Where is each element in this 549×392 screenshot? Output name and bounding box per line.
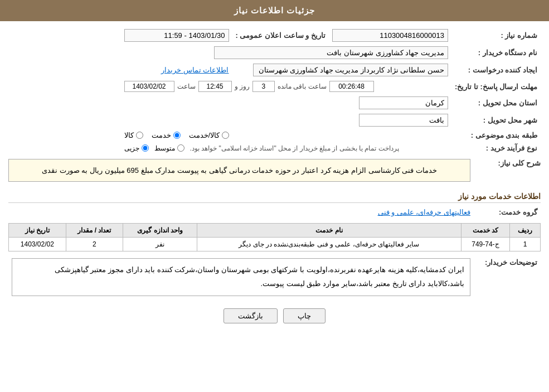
jozii-label: جزیی xyxy=(124,144,139,152)
radio-motavasset[interactable]: متوسط xyxy=(154,144,184,152)
th-count: تعداد / مقدار xyxy=(66,224,123,238)
sharh-box: خدمات فنی کارشناسی الزام هزینه کرد اعتبا… xyxy=(8,159,470,182)
date-announce-label: تاریخ و ساعت اعلان عمومی : xyxy=(232,27,329,44)
page-header: جزئیات اطلاعات نیاز xyxy=(0,0,549,21)
tabaqe-label: طبقه بندی موضوعی : xyxy=(451,129,541,142)
ij-input xyxy=(253,64,448,76)
th-kod: کد خدمت xyxy=(461,224,510,238)
ij-label: ایجاد کننده درخواست : xyxy=(451,61,541,79)
ostan-label: استان محل تحویل : xyxy=(451,94,541,112)
main-content: شماره نیاز : تاریخ و ساعت اعلان عمومی : … xyxy=(0,21,549,335)
contact-link[interactable]: اطلاعات تماس خریدار xyxy=(161,66,229,74)
farayand-label: نوع فرآیند خرید : xyxy=(451,142,541,154)
days-input xyxy=(252,81,275,92)
print-button[interactable]: چاپ xyxy=(283,308,325,323)
radio-kala[interactable]: کالا xyxy=(124,131,143,139)
shahr-label: شهر محل تحویل : xyxy=(451,112,541,129)
mohlat-label: مهلت ارسال پاسخ: تا تاریخ: xyxy=(451,79,541,94)
khadamat-label: خدمت xyxy=(152,131,171,139)
th-radif: ردیف xyxy=(510,224,541,238)
table-row: 1ج-74-749سایر فعالیتهای حرفه‌ای، علمی و … xyxy=(9,238,541,251)
cell-date: 1403/02/02 xyxy=(9,238,66,251)
notes-box: ایران کدمشایه،کلیه هزینه هایرعهده نفربرن… xyxy=(12,258,470,296)
page-wrapper: جزئیات اطلاعات نیاز شماره نیاز : تاریخ و… xyxy=(0,0,549,392)
radio-kala-khadamat[interactable]: کالا/خدمت xyxy=(189,131,230,139)
kala-khadamat-label: کالا/خدمت xyxy=(189,131,220,139)
sharh-text: خدمات فنی کارشناسی الزام هزینه کرد اعتبا… xyxy=(42,166,437,175)
saat-label: ساعت xyxy=(177,83,196,90)
dastgah-input xyxy=(214,46,448,59)
motavasset-label: متوسط xyxy=(154,144,175,152)
services-table: ردیف کد خدمت نام خدمت واحد اندازه گیری ت… xyxy=(8,223,541,251)
roz-label: روز و xyxy=(235,83,250,90)
notes-text: ایران کدمشایه،کلیه هزینه هایرعهده نفربرن… xyxy=(55,265,464,288)
sharh-label: شرح کلی نیاز: xyxy=(474,159,541,167)
th-date: تاریخ نیاز xyxy=(9,224,66,238)
notes-table: توضیحات خریدار: ایران کدمشایه،کلیه هزینه… xyxy=(8,256,541,302)
ostan-input xyxy=(359,96,448,109)
date-announce-input xyxy=(124,29,229,42)
radio-jozii[interactable]: جزیی xyxy=(124,144,149,152)
buttons-row: چاپ بازگشت xyxy=(8,308,541,323)
grooh-table: گروه خدمت: فعالیتهای حرفه‌ای، علمی و فنی xyxy=(8,206,541,219)
notes-label: توضیحات خریدار: xyxy=(474,256,541,302)
th-unit: واحد اندازه گیری xyxy=(123,224,197,238)
cell-name: سایر فعالیتهای حرفه‌ای، علمی و فنی طبقه‌… xyxy=(197,238,461,251)
shomara-label: شماره نیاز : xyxy=(451,27,541,44)
grooh-label: گروه خدمت: xyxy=(474,206,541,219)
kala-label: کالا xyxy=(124,131,134,139)
radio-khadamat[interactable]: خدمت xyxy=(152,131,181,139)
grooh-value[interactable]: فعالیتهای حرفه‌ای، علمی و فنی xyxy=(378,208,470,216)
cell-count: 2 xyxy=(66,238,123,251)
cell-unit: نفر xyxy=(123,238,197,251)
process-text: پرداخت تمام یا بخشی از مبلغ خریدار از مح… xyxy=(190,144,399,152)
time-input xyxy=(198,81,232,92)
remaining-label: ساعت باقی مانده xyxy=(278,83,327,90)
services-section-title: اطلاعات خدمات مورد نیاز xyxy=(8,192,541,203)
th-name: نام خدمت xyxy=(197,224,461,238)
dastgah-label: نام دستگاه خریدار : xyxy=(451,44,541,61)
shomara-input xyxy=(332,29,448,42)
page-title: جزئیات اطلاعات نیاز xyxy=(234,6,315,15)
info-table-top: شماره نیاز : تاریخ و ساعت اعلان عمومی : … xyxy=(8,27,541,154)
back-button[interactable]: بازگشت xyxy=(224,308,278,323)
date-input xyxy=(124,81,174,92)
cell-kod: ج-74-749 xyxy=(461,238,510,251)
cell-radif: 1 xyxy=(510,238,541,251)
remaining-input xyxy=(329,81,374,92)
shahr-input xyxy=(359,114,448,127)
